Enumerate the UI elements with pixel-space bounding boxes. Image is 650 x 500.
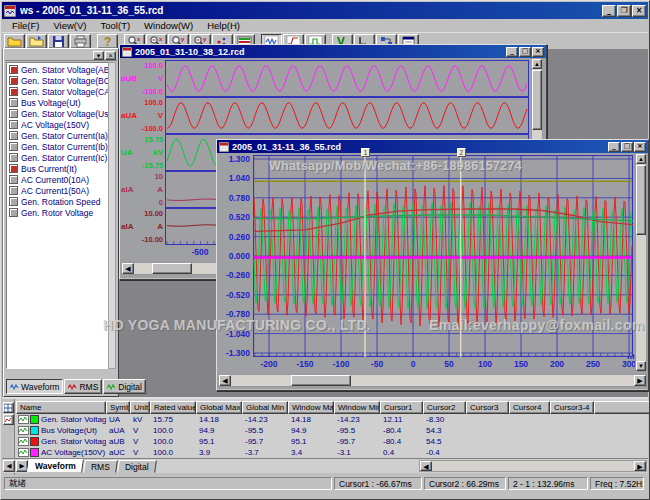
signal-item[interactable]: Gen. Stator Voltage(BC)	[7, 75, 108, 86]
front-minimize-button[interactable]: _	[608, 142, 620, 152]
signal-checkbox[interactable]	[9, 98, 18, 107]
signal-item[interactable]: Gen. Stator Voltage(CA)	[7, 86, 108, 97]
signal-checkbox[interactable]	[9, 175, 18, 184]
back-window-titlebar[interactable]: 2005_01_31-10_38_12.rcd _ □ ×	[120, 45, 546, 58]
signal-item[interactable]: Gen. Stator Current(Ia)	[7, 130, 108, 141]
scroll-up-arrow[interactable]: ▲	[532, 59, 542, 69]
scroll-left-arrow[interactable]: ◀	[219, 375, 231, 386]
column-header-unit[interactable]: Unit	[130, 401, 150, 414]
signal-item[interactable]: AC Current0(10A)	[7, 174, 108, 185]
scroll-right-arrow[interactable]: ▶	[634, 461, 646, 471]
table-row[interactable]: Gen. Stator Voltage(Us)aUBV100.095.1-95.…	[16, 436, 648, 447]
tab-digital[interactable]: Digital	[117, 460, 156, 473]
column-header-cursor4[interactable]: Cursor4	[509, 401, 550, 414]
signal-checkbox[interactable]	[9, 87, 18, 96]
table-row[interactable]: Gen. Stator Voltage(CA)UAkV15.7514.18-14…	[16, 414, 648, 425]
front-window-titlebar[interactable]: 2005_01_31-11_36_55.rcd _ □ ×	[217, 140, 648, 153]
back-minimize-button[interactable]: _	[506, 47, 518, 57]
column-header-global-max[interactable]: Global Max	[196, 401, 242, 414]
signal-item[interactable]: Gen. Stator Voltage(AB)	[7, 64, 108, 75]
signal-checkbox[interactable]	[9, 109, 18, 118]
front-h-scrollbar[interactable]: ◀▶	[218, 374, 647, 387]
print-button[interactable]	[70, 34, 91, 49]
column-header-cursor3[interactable]: Cursor3	[466, 401, 509, 414]
back-close-button[interactable]: ×	[532, 47, 544, 57]
scroll-thumb[interactable]	[532, 70, 542, 130]
column-header-cursor3-4[interactable]: Cursor3-4	[550, 401, 594, 414]
panel-close-button[interactable]: ×	[105, 51, 116, 60]
scroll-thumb[interactable]	[291, 375, 351, 386]
restore-button[interactable]: ❐	[617, 5, 631, 17]
open-button[interactable]	[4, 34, 25, 49]
help-button[interactable]: ?	[97, 34, 118, 49]
signal-checkbox[interactable]	[9, 153, 18, 162]
scroll-left-arrow[interactable]: ◀	[122, 263, 134, 274]
scroll-left-arrow[interactable]: ◀	[420, 461, 432, 471]
front-chart-client[interactable]: 1.3001.0400.7800.5200.2600.000-0.260-0.5…	[217, 153, 648, 389]
back-maximize-button[interactable]: □	[519, 47, 531, 57]
open-as-button[interactable]	[26, 34, 47, 49]
signal-checkbox[interactable]	[9, 65, 18, 74]
menu-file[interactable]: File(F)	[5, 20, 46, 32]
menu-view[interactable]: View(V)	[46, 20, 93, 32]
signal-item[interactable]: Gen. Stator Voltage(Us)	[7, 108, 108, 119]
signal-checkbox[interactable]	[9, 131, 18, 140]
column-header-cursor1[interactable]: Cursor1	[380, 401, 423, 414]
scroll-thumb[interactable]	[636, 165, 646, 235]
column-header-global-min[interactable]: Global Min	[242, 401, 288, 414]
column-header-cursor2[interactable]: Cursor2	[423, 401, 466, 414]
scroll-thumb[interactable]	[152, 263, 192, 274]
signal-item[interactable]: AC Current1(50A)	[7, 185, 108, 196]
scroll-up-arrow[interactable]: ▲	[636, 154, 646, 164]
tab-scroll-left[interactable]: ◀	[3, 460, 15, 472]
signal-checkbox[interactable]	[9, 142, 18, 151]
scroll-track[interactable]	[231, 375, 634, 386]
signal-item[interactable]: Gen. Stator Current(Ib)	[7, 141, 108, 152]
front-plot[interactable]	[253, 155, 633, 357]
signal-checkbox[interactable]	[9, 76, 18, 85]
column-header-name[interactable]: Name	[16, 401, 106, 414]
signal-list-scrollbar[interactable]	[108, 62, 116, 369]
menu-help[interactable]: Help(H)	[200, 20, 247, 32]
front-v-scrollbar[interactable]: ▲▼	[635, 153, 647, 372]
menu-tool[interactable]: Tool(T)	[94, 20, 138, 32]
scroll-right-arrow[interactable]: ▶	[634, 375, 646, 386]
front-maximize-button[interactable]: □	[621, 142, 633, 152]
tab-scroll-right[interactable]: ▶	[16, 460, 28, 472]
scroll-track[interactable]	[432, 461, 634, 471]
front-close-button[interactable]: ×	[634, 142, 646, 152]
signal-panel-grip[interactable]: ▾ ×	[5, 50, 117, 61]
signal-checkbox[interactable]	[9, 197, 18, 206]
row-visible-icon[interactable]	[18, 437, 29, 446]
signal-item[interactable]: AC Voltage(150V)	[7, 119, 108, 130]
row-visible-icon[interactable]	[18, 426, 29, 435]
tab-waveform[interactable]: Waveform	[27, 459, 84, 473]
menu-window[interactable]: Window(W)	[137, 20, 200, 32]
minimize-button[interactable]: _	[602, 5, 616, 17]
title-bar[interactable]: ws - 2005_01_31-11_36_55.rcd _ ❐ ×	[2, 2, 648, 19]
signal-checkbox[interactable]	[9, 120, 18, 129]
row-visible-icon[interactable]	[18, 415, 29, 424]
cursor-handle-1[interactable]: 1	[361, 148, 370, 157]
table-row[interactable]: Bus Voltage(Ut)aUAV100.094.9-95.594.9-95…	[16, 425, 648, 436]
save-button[interactable]	[48, 34, 69, 49]
column-header-window-max[interactable]: Window Max	[288, 401, 334, 414]
signal-item[interactable]: Bus Voltage(Ut)	[7, 97, 108, 108]
column-header-window-min[interactable]: Window Min	[334, 401, 380, 414]
front-record-window[interactable]: 2005_01_31-11_36_55.rcd _ □ × 1.3001.040…	[216, 139, 649, 391]
tab-rms[interactable]: RMS	[83, 460, 118, 473]
close-button[interactable]: ×	[632, 5, 646, 17]
table-grid-button[interactable]	[3, 402, 14, 413]
table-h-scrollbar[interactable]: ◀▶	[419, 460, 647, 472]
signal-item[interactable]: Bus Current(It)	[7, 163, 108, 174]
column-header-rated-value[interactable]: Rated value	[150, 401, 196, 414]
signal-checkbox[interactable]	[9, 186, 18, 195]
panel-collapse-button[interactable]: ▾	[93, 51, 104, 60]
table-export-button[interactable]	[3, 414, 14, 425]
view-rms-button[interactable]: RMS	[64, 379, 102, 394]
signal-item[interactable]: Gen. Rotation Speed	[7, 196, 108, 207]
row-visible-icon[interactable]	[18, 448, 29, 457]
signal-item[interactable]: Gen. Rotor Voltage	[7, 207, 108, 218]
signal-checkbox[interactable]	[9, 208, 18, 217]
signal-item[interactable]: Gen. Stator Current(Ic)	[7, 152, 108, 163]
